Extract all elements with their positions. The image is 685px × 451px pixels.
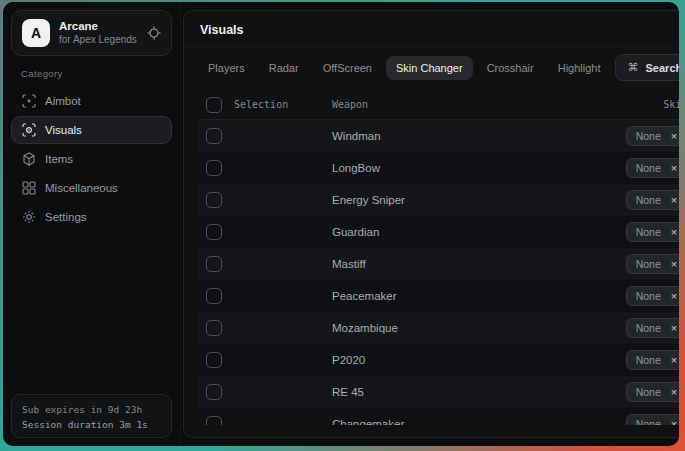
weapon-name: P2020 bbox=[332, 354, 626, 366]
tab-label: Highlight bbox=[558, 62, 601, 74]
skin-selector-badge[interactable]: None × bbox=[626, 222, 679, 242]
row-checkbox[interactable] bbox=[206, 128, 222, 144]
close-icon[interactable]: × bbox=[671, 387, 677, 398]
table-row: Peacemaker None × bbox=[198, 280, 679, 312]
settings-icon bbox=[22, 210, 36, 224]
skin-value: None bbox=[636, 130, 661, 142]
column-selection: Selection bbox=[222, 99, 332, 110]
skin-selector-badge[interactable]: None × bbox=[626, 190, 679, 210]
weapon-name: Mozambique bbox=[332, 322, 626, 334]
skin-selector-badge[interactable]: None × bbox=[626, 414, 679, 425]
app-titles: Arcane for Apex Legends bbox=[59, 20, 138, 46]
select-all-checkbox[interactable] bbox=[206, 97, 222, 113]
row-checkbox[interactable] bbox=[206, 416, 222, 425]
category-label: Category bbox=[21, 68, 172, 79]
app-title: Arcane bbox=[59, 20, 138, 33]
app-window: A Arcane for Apex Legends Category Aimbo… bbox=[3, 2, 679, 446]
table-row: Windman None × bbox=[198, 120, 679, 152]
table-row: Changemaker None × bbox=[198, 408, 679, 425]
items-icon bbox=[22, 152, 36, 166]
table-row: Energy Sniper None × bbox=[198, 184, 679, 216]
close-icon[interactable]: × bbox=[671, 419, 677, 426]
row-checkbox[interactable] bbox=[206, 288, 222, 304]
weapon-name: Mastiff bbox=[332, 258, 626, 270]
row-checkbox[interactable] bbox=[206, 224, 222, 240]
close-icon[interactable]: × bbox=[671, 131, 677, 142]
tabs: PlayersRadarOffScreenSkin ChangerCrossha… bbox=[198, 56, 611, 80]
skin-value: None bbox=[636, 290, 661, 302]
skin-value: None bbox=[636, 162, 661, 174]
target-icon[interactable] bbox=[147, 26, 161, 40]
column-weapon: Weapon bbox=[332, 99, 663, 110]
skin-selector-badge[interactable]: None × bbox=[626, 254, 679, 274]
table-row: Guardian None × bbox=[198, 216, 679, 248]
sidebar-item-label: Settings bbox=[45, 211, 87, 223]
table-row: RE 45 None × bbox=[198, 376, 679, 408]
search-button-label: Search bbox=[646, 62, 679, 74]
skin-selector-badge[interactable]: None × bbox=[626, 318, 679, 338]
sub-expiry-text: Sub expires in 9d 23h bbox=[22, 402, 161, 417]
sidebar-item-visuals[interactable]: Visuals bbox=[11, 116, 172, 144]
skin-value: None bbox=[636, 226, 661, 238]
tab-label: OffScreen bbox=[323, 62, 372, 74]
weapon-name: RE 45 bbox=[332, 386, 626, 398]
tab-highlight[interactable]: Highlight bbox=[548, 56, 611, 80]
sidebar-item-aimbot[interactable]: Aimbot bbox=[11, 87, 172, 115]
weapon-name: Changemaker bbox=[332, 418, 626, 425]
tab-crosshair[interactable]: Crosshair bbox=[477, 56, 544, 80]
skin-value: None bbox=[636, 386, 661, 398]
skin-selector-badge[interactable]: None × bbox=[626, 382, 679, 402]
row-checkbox[interactable] bbox=[206, 320, 222, 336]
tab-radar[interactable]: Radar bbox=[259, 56, 309, 80]
aimbot-icon bbox=[22, 94, 36, 108]
table-body: Windman None × LongBow None × Energy Sni… bbox=[198, 120, 679, 425]
sidebar-item-settings[interactable]: Settings bbox=[11, 203, 172, 231]
sidebar: A Arcane for Apex Legends Category Aimbo… bbox=[3, 2, 181, 446]
close-icon[interactable]: × bbox=[671, 163, 677, 174]
tab-offscreen[interactable]: OffScreen bbox=[313, 56, 382, 80]
sidebar-item-label: Aimbot bbox=[45, 95, 81, 107]
row-checkbox[interactable] bbox=[206, 192, 222, 208]
close-icon[interactable]: × bbox=[671, 291, 677, 302]
close-icon[interactable]: × bbox=[671, 259, 677, 270]
tab-label: Crosshair bbox=[487, 62, 534, 74]
weapon-name: Guardian bbox=[332, 226, 626, 238]
sidebar-spacer bbox=[11, 231, 172, 394]
tab-skin-changer[interactable]: Skin Changer bbox=[386, 56, 473, 80]
app-subtitle: for Apex Legends bbox=[59, 33, 138, 46]
weapon-name: Energy Sniper bbox=[332, 194, 626, 206]
search-button[interactable]: ⌘ Search bbox=[615, 54, 679, 81]
skin-value: None bbox=[636, 322, 661, 334]
skin-value: None bbox=[636, 354, 661, 366]
skin-selector-badge[interactable]: None × bbox=[626, 350, 679, 370]
skin-table: Selection Weapon Skin Windman None × Lon… bbox=[198, 90, 679, 425]
skin-value: None bbox=[636, 194, 661, 206]
main-panel: Visuals PlayersRadarOffScreenSkin Change… bbox=[183, 10, 679, 438]
skin-selector-badge[interactable]: None × bbox=[626, 126, 679, 146]
skin-value: None bbox=[636, 258, 661, 270]
row-checkbox[interactable] bbox=[206, 160, 222, 176]
tab-bar: PlayersRadarOffScreenSkin ChangerCrossha… bbox=[184, 47, 679, 90]
table-row: LongBow None × bbox=[198, 152, 679, 184]
weapon-name: LongBow bbox=[332, 162, 626, 174]
tab-players[interactable]: Players bbox=[198, 56, 255, 80]
sidebar-item-items[interactable]: Items bbox=[11, 145, 172, 173]
weapon-name: Peacemaker bbox=[332, 290, 626, 302]
row-checkbox[interactable] bbox=[206, 384, 222, 400]
close-icon[interactable]: × bbox=[671, 227, 677, 238]
page-title: Visuals bbox=[184, 11, 679, 47]
row-checkbox[interactable] bbox=[206, 256, 222, 272]
skin-selector-badge[interactable]: None × bbox=[626, 286, 679, 306]
row-checkbox[interactable] bbox=[206, 352, 222, 368]
sidebar-item-miscellaneous[interactable]: Miscellaneous bbox=[11, 174, 172, 202]
tab-label: Radar bbox=[269, 62, 299, 74]
app-logo: A bbox=[22, 19, 50, 47]
close-icon[interactable]: × bbox=[671, 195, 677, 206]
close-icon[interactable]: × bbox=[671, 323, 677, 334]
close-icon[interactable]: × bbox=[671, 355, 677, 366]
sidebar-items: Aimbot Visuals Items Miscellaneous Setti… bbox=[11, 87, 172, 231]
table-row: P2020 None × bbox=[198, 344, 679, 376]
skin-selector-badge[interactable]: None × bbox=[626, 158, 679, 178]
subscription-card: Sub expires in 9d 23h Session duration 3… bbox=[11, 394, 172, 438]
sidebar-item-label: Items bbox=[45, 153, 73, 165]
